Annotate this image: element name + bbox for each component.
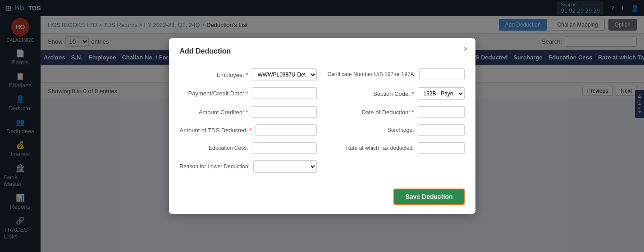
certificate-input-wrap <box>419 68 465 80</box>
amount-credited-label: Amount Credited: * <box>180 109 252 116</box>
payment-date-field-row: Payment/Credit Date: * 01/04/2022 <box>180 87 317 99</box>
employee-field-row: Employee: * WWWPL0987U-Devashish <box>180 68 317 81</box>
rate-tax-label: Rate at which Tax deducted: <box>328 145 418 151</box>
section-code-field-row: Section Code: * 192B - Payments made to … <box>328 87 465 100</box>
amount-credited-field-row: Amount Credited: * 10000.00 <box>180 106 317 118</box>
form-col-left-5: Education Cess: <box>180 142 317 154</box>
date-deduction-input[interactable]: 01/04/2022 <box>418 106 465 118</box>
form-col-right-3: Date of Deduction: * 01/04/2022 <box>328 106 465 118</box>
reason-lower-select[interactable] <box>253 160 317 173</box>
rate-tax-input[interactable] <box>418 142 465 154</box>
surcharge-input-wrap <box>418 124 465 136</box>
modal-footer: Save Deduction <box>180 182 465 205</box>
section-code-label: Section Code: * <box>328 90 418 97</box>
amount-tds-input-wrap: 100.00 <box>256 124 317 136</box>
form-col-left-3: Amount Credited: * 10000.00 <box>180 106 317 118</box>
amount-tds-field-row: Amount of TDS Deducted: * 100.00 <box>180 124 317 136</box>
education-cess-label: Education Cess: <box>180 145 252 151</box>
certificate-field-row: Certificate Number U/S 197 or 197A: <box>328 68 465 80</box>
amount-credited-input[interactable]: 10000.00 <box>252 106 317 118</box>
form-row-5: Education Cess: Rate at which Tax deduct… <box>180 142 465 154</box>
form-row-3: Amount Credited: * 10000.00 Date of Dedu… <box>180 106 465 118</box>
reason-lower-input-wrap <box>253 160 317 173</box>
section-code-select[interactable]: 192B - Payments made to r <box>418 87 465 100</box>
form-col-right-2: Section Code: * 192B - Payments made to … <box>328 87 465 100</box>
surcharge-field-row: Surcharge: <box>328 124 465 136</box>
add-deduction-modal: Add Deduction × Employee: * WWWPL0987U-D… <box>169 38 475 214</box>
form-col-left-2: Payment/Credit Date: * 01/04/2022 <box>180 87 317 100</box>
rate-tax-field-row: Rate at which Tax deducted: <box>328 142 465 154</box>
modal-title: Add Deduction <box>180 47 465 60</box>
employee-select[interactable]: WWWPL0987U-Devashish <box>252 68 317 81</box>
reason-lower-field-row: Reason for Lower Deduction: <box>180 160 317 173</box>
employee-input-wrap: WWWPL0987U-Devashish <box>252 68 317 81</box>
amount-tds-label: Amount of TDS Deducted: * <box>180 127 256 134</box>
surcharge-input[interactable] <box>418 124 465 136</box>
form-col-left-6: Reason for Lower Deduction: <box>180 160 317 173</box>
form-col-left-4: Amount of TDS Deducted: * 100.00 <box>180 124 317 136</box>
form-row-1: Employee: * WWWPL0987U-Devashish Certifi… <box>180 68 465 81</box>
form-col-right-5: Rate at which Tax deducted: <box>328 142 465 154</box>
date-deduction-input-wrap: 01/04/2022 <box>418 106 465 118</box>
form-col-left-1: Employee: * WWWPL0987U-Devashish <box>180 68 317 81</box>
form-row-2: Payment/Credit Date: * 01/04/2022 Sectio… <box>180 87 465 100</box>
form-row-4: Amount of TDS Deducted: * 100.00 Surchar… <box>180 124 465 136</box>
modal-overlay: Add Deduction × Employee: * WWWPL0987U-D… <box>0 0 644 252</box>
education-cess-input[interactable] <box>252 142 317 154</box>
form-row-6: Reason for Lower Deduction: <box>180 160 465 173</box>
reason-lower-label: Reason for Lower Deduction: <box>180 163 253 170</box>
certificate-input[interactable] <box>419 68 465 80</box>
surcharge-label: Surcharge: <box>328 127 418 133</box>
rate-tax-input-wrap <box>418 142 465 154</box>
form-col-right-4: Surcharge: <box>328 124 465 136</box>
section-code-input-wrap: 192B - Payments made to r <box>418 87 465 100</box>
certificate-label: Certificate Number U/S 197 or 197A: <box>328 71 419 77</box>
amount-credited-input-wrap: 10000.00 <box>252 106 317 118</box>
education-cess-input-wrap <box>252 142 317 154</box>
form-col-right-1: Certificate Number U/S 197 or 197A: <box>328 68 465 81</box>
save-deduction-button[interactable]: Save Deduction <box>393 189 464 205</box>
date-deduction-field-row: Date of Deduction: * 01/04/2022 <box>328 106 465 118</box>
payment-date-input[interactable]: 01/04/2022 <box>252 87 317 99</box>
education-cess-field-row: Education Cess: <box>180 142 317 154</box>
payment-date-input-wrap: 01/04/2022 <box>252 87 317 99</box>
modal-close-button[interactable]: × <box>463 45 468 54</box>
date-deduction-label: Date of Deduction: * <box>328 109 418 116</box>
payment-date-label: Payment/Credit Date: * <box>180 90 252 97</box>
amount-tds-input[interactable]: 100.00 <box>256 124 317 136</box>
form-col-right-6 <box>328 160 465 173</box>
employee-label: Employee: * <box>180 72 252 78</box>
